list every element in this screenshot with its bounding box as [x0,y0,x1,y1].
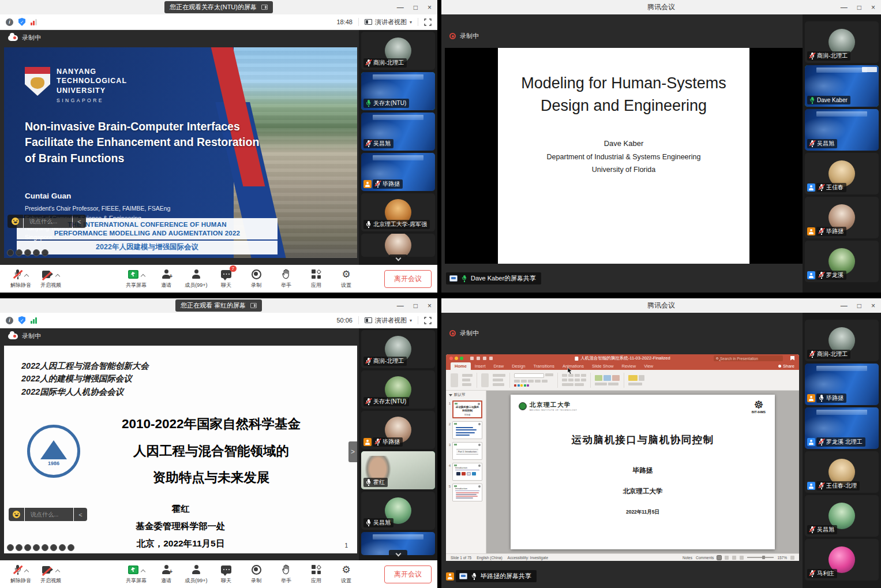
participant-tile[interactable]: 商润-北理工 [805,21,879,63]
close-button[interactable]: × [428,302,432,309]
minimize-button[interactable]: — [397,4,404,11]
participant-tile[interactable]: 关存太(NTU) [361,370,435,409]
annotation-tool-icon[interactable] [33,249,40,256]
layout-switch-icon[interactable] [250,303,257,308]
fullscreen-icon[interactable] [424,18,432,26]
annotation-tool-icon[interactable] [16,544,23,551]
apps-button[interactable]: 应用 [301,560,331,588]
annotation-tool-icon[interactable] [7,544,14,551]
tab-transitions[interactable]: Transitions [529,362,558,370]
slide-sorter-icon[interactable] [725,556,729,560]
participant-tile[interactable]: 商润-北理工 [805,320,879,361]
annotation-tool-icon[interactable] [42,544,48,551]
settings-button[interactable]: ⚙ 设置 [331,265,361,293]
start-video-button[interactable]: 开启视频 [36,560,66,588]
participant-tile[interactable]: 罗龙溪 [805,241,879,282]
annotation-tool-icon[interactable] [50,544,57,551]
slide-thumbnail-1[interactable]: 运动脑机接口与脑机协同控制 毕路拯 [452,400,482,418]
traffic-light-buttons[interactable] [449,357,463,360]
members-button[interactable]: 成员(99+) [181,265,211,293]
security-shield-icon[interactable]: ✓ [18,316,25,324]
chevron-up-icon[interactable] [24,569,29,574]
participant-tile[interactable]: 吴昌旭 [361,492,435,530]
tab-draw[interactable]: Draw [490,362,508,370]
info-icon[interactable]: i [6,18,13,26]
search-input[interactable]: Search in Presentation [714,355,783,361]
close-button[interactable]: × [871,302,875,309]
participant-tile-active-speaker[interactable]: Dave Kaber [805,65,879,107]
quick-access-icons[interactable] [470,357,493,360]
annotation-tool-icon[interactable] [24,249,31,256]
zoom-slider[interactable] [747,557,774,558]
emoji-button[interactable] [9,508,24,521]
fit-slide-icon[interactable] [790,556,794,560]
slide-thumbnail-3[interactable]: Part 1: Introduction [452,442,482,460]
collapse-chat-button[interactable]: < [73,215,86,228]
unmute-button[interactable]: 解除静音 [6,560,36,588]
settings-button[interactable]: ⚙ 设置 [331,560,361,588]
annotation-tool-icon[interactable] [24,544,31,551]
leave-meeting-button[interactable]: 离开会议 [384,565,432,583]
apps-button[interactable]: 应用 [301,265,331,293]
invite-button[interactable]: + 邀请 [151,265,181,293]
presenter-flag-icon[interactable] [790,356,794,361]
chat-input[interactable]: 说点什么... [24,215,72,228]
participant-tile-partial[interactable] [361,234,435,257]
raise-hand-button[interactable]: 举手 [271,560,301,588]
share-screen-button[interactable]: 共享屏幕 [121,265,151,293]
annotation-toolbar[interactable] [7,544,74,551]
annotation-tool-icon[interactable] [59,544,66,551]
annotation-tool-icon[interactable] [33,544,40,551]
tab-animations[interactable]: Animations [558,362,588,370]
close-button[interactable]: × [428,4,432,11]
annotation-tool-icon[interactable] [42,249,48,256]
record-button[interactable]: 录制 [241,265,271,293]
tab-home[interactable]: Home [451,362,471,370]
sidebar-scroll-down[interactable] [389,254,407,263]
accessibility-status[interactable]: Accessibility: Investigate [508,556,548,560]
annotation-tool-icon[interactable] [7,249,14,256]
view-mode-dropdown[interactable]: 演讲者视图 ▾ [365,18,412,27]
security-shield-icon[interactable]: ✓ [18,18,25,26]
chevron-up-icon[interactable] [140,274,145,278]
tab-slide-show[interactable]: Slide Show [588,362,618,370]
minimize-button[interactable]: — [841,4,848,11]
maximize-button[interactable]: □ [857,302,861,309]
language-indicator[interactable]: English (China) [477,556,502,560]
maximize-button[interactable]: □ [414,4,418,11]
chat-input[interactable]: 说点什么... [25,508,73,521]
annotation-tool-icon[interactable] [16,249,23,256]
reading-view-icon[interactable] [732,556,736,560]
annotation-tool-icon[interactable] [68,544,74,551]
participant-tile-active-speaker[interactable]: 关存太(NTU) [361,72,435,110]
chat-button[interactable]: 7 聊天 [211,265,241,293]
maximize-button[interactable]: □ [414,302,418,309]
raise-hand-button[interactable]: 举手 [271,265,301,293]
next-slide-arrow[interactable]: > [348,441,357,462]
comments-button[interactable]: Comments [696,556,714,560]
participant-tile[interactable]: 毕路拯 [361,411,435,449]
participant-tile[interactable]: 马利庄 [805,539,879,580]
notes-button[interactable]: Notes [683,556,692,560]
font-name-box[interactable] [514,373,544,378]
participant-tile[interactable]: 王佳春-北理 [805,451,879,493]
info-icon[interactable]: i [6,317,13,324]
tab-insert[interactable]: Insert [471,362,490,370]
view-mode-dropdown[interactable]: 演讲者视图 ▾ [365,316,412,325]
emoji-button[interactable] [8,215,23,228]
participant-tile[interactable]: 毕路拯 [361,153,435,191]
paste-button[interactable] [451,373,458,387]
participant-tile[interactable]: 吴昌旭 [805,109,879,151]
chevron-up-icon[interactable] [140,569,145,574]
tab-view[interactable]: View [640,362,657,370]
annotation-toolbar[interactable] [7,249,48,256]
chat-button[interactable]: 聊天 [211,560,241,588]
chevron-up-icon[interactable] [55,274,60,278]
unmute-button[interactable]: 解除静音 [6,265,36,293]
participant-tile[interactable]: 王佳春 [805,153,879,194]
participant-tile[interactable]: 商润-北理工 [361,330,435,368]
participant-tile[interactable]: 商润-北理工 [361,32,435,70]
slide-thumbnail-2[interactable] [452,421,482,439]
slide-thumbnail-panel[interactable]: 默认节 1 运动脑机接口与脑机协同控制 毕路拯 2 [446,391,486,553]
sidebar-scroll-down[interactable] [389,550,407,559]
